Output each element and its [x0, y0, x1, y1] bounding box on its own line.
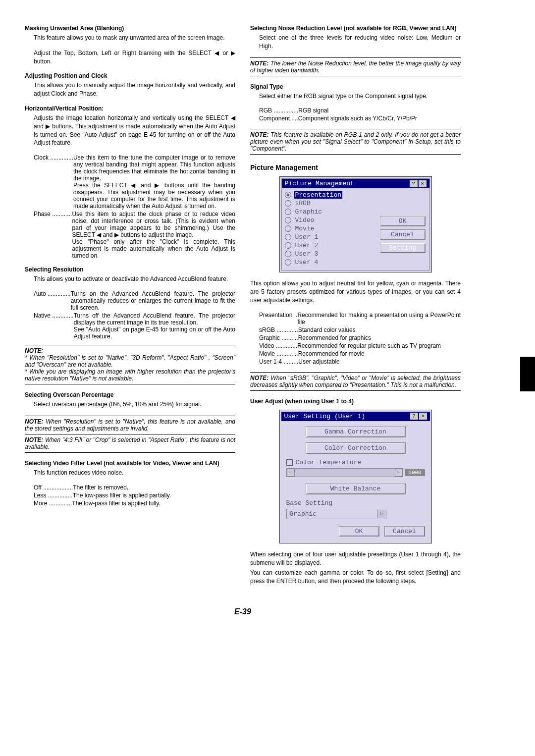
gamma-button[interactable]: Gamma Correction: [306, 426, 406, 437]
less-term: Less ...............: [25, 492, 73, 499]
off-desc: The filter is removed.: [73, 484, 235, 491]
pm-note-text: When "sRGB", "Graphic", "Video" or "Movi…: [250, 375, 461, 388]
pm-user-term: User 1-4 .........: [250, 358, 298, 365]
pm-video-term: Video .............: [250, 342, 297, 349]
pm-option-presentation[interactable]: Presentation: [285, 191, 380, 199]
noise-p1: Select one of the three levels for reduc…: [250, 34, 461, 51]
pm-heading: Picture Management: [250, 163, 461, 171]
pm-graphic-row: Graphic .......... Recommended for graph…: [250, 334, 461, 341]
res-note1: * When "Resolution" is set to "Native", …: [25, 354, 235, 368]
useradj-title: User Adjust (when using User 1 to 4): [250, 398, 461, 405]
pm-presentation-desc: Recommended for making a presentation us…: [297, 312, 461, 325]
pm-option-label: User 3: [294, 250, 320, 258]
blanking-title: Masking Unwanted Area (Blanking): [25, 25, 235, 32]
pm-option-label: Presentation: [294, 191, 343, 199]
pm-option-movie[interactable]: Movie: [285, 225, 380, 232]
pm-srgb-row: sRGB ............. Standard color values: [250, 326, 461, 333]
us-cancel-button[interactable]: Cancel: [384, 526, 425, 537]
pm-movie-term: Movie .............: [250, 350, 298, 357]
overscan-p1: Select overscan percentage (0%, 5%, 10% …: [25, 400, 235, 409]
pm-option-user2[interactable]: User 2: [285, 242, 380, 249]
color-temp-value: 5000: [405, 469, 425, 476]
radio-icon: [285, 225, 291, 232]
auto-desc: Turns on the Advanced AccuBlend feature.…: [71, 290, 235, 311]
pm-movie-row: Movie ............. Recommended for movi…: [250, 350, 461, 357]
color-temp-slider[interactable]: ◁ ▷: [286, 468, 403, 477]
color-temp-label: Color Temperature: [296, 459, 362, 466]
base-setting-select[interactable]: Graphic ▷: [286, 509, 386, 519]
pm-note: NOTE: When "sRGB", "Graphic", "Video" or…: [250, 375, 461, 388]
pm-option-user4[interactable]: User 4: [285, 259, 380, 266]
pm-ok-button[interactable]: OK: [380, 216, 426, 226]
color-correction-button[interactable]: Color Correction: [306, 442, 406, 454]
res-note2: * While you are displaying an image with…: [25, 368, 235, 382]
posclock-title: Adjusting Position and Clock: [25, 72, 235, 79]
posclock-p1: This allows you to manually adjust the i…: [25, 81, 235, 98]
less-row: Less ............... The low-pass filter…: [25, 492, 235, 499]
note-label: NOTE:: [25, 418, 43, 425]
pm-option-graphic[interactable]: Graphic: [285, 208, 380, 216]
rgb-desc: RGB signal: [298, 107, 461, 114]
pm-setting-button[interactable]: Setting: [380, 243, 426, 253]
page-number: E-39: [25, 607, 461, 616]
clock-term: Clock ..............: [25, 154, 73, 210]
close-icon[interactable]: ×: [419, 180, 427, 187]
comp-desc: Component signals such as Y/Cb/Cr, Y/Pb/…: [298, 115, 461, 122]
picture-management-dialog: Picture Management ?× Presentation sRGB …: [279, 176, 432, 272]
checkbox-icon[interactable]: [286, 459, 293, 466]
pm-graphic-term: Graphic ..........: [250, 334, 298, 341]
pm-option-user1[interactable]: User 1: [285, 233, 380, 241]
content-columns: Masking Unwanted Area (Blanking) This fe…: [25, 25, 461, 593]
right-column: Selecting Noise Reduction Level (not ava…: [250, 25, 461, 593]
pm-cancel-button[interactable]: Cancel: [380, 229, 426, 240]
more-desc: The low-pass filter is applied fully.: [72, 500, 235, 507]
radio-icon: [285, 234, 291, 240]
videofilter-p1: This function reduces video noise.: [25, 469, 235, 477]
pm-option-video[interactable]: Video: [285, 216, 380, 224]
base-setting-value: Graphic: [287, 509, 377, 519]
pm-srgb-term: sRGB .............: [250, 326, 298, 333]
pm-option-label: Graphic: [294, 208, 323, 216]
comp-row: Component .... Component signals such as…: [250, 115, 461, 122]
note-label: NOTE:: [250, 60, 268, 67]
chevron-right-icon: ▷: [377, 510, 386, 518]
off-row: Off .................. The filter is rem…: [25, 484, 235, 491]
pm-user-row: User 1-4 ......... User adjustable: [250, 358, 461, 365]
overscan-note1: When "Resolution" is set to "Native", th…: [25, 418, 235, 432]
pm-option-label: Video: [294, 216, 316, 224]
us-ok-button[interactable]: OK: [339, 526, 379, 537]
pm-dialog-title: Picture Management: [285, 180, 354, 187]
native-term: Native .............: [25, 312, 74, 340]
radio-icon: [285, 242, 291, 249]
radio-icon: [285, 200, 291, 207]
help-icon[interactable]: ?: [410, 413, 418, 420]
pm-graphic-desc: Recommended for graphics: [298, 334, 461, 341]
resolution-title: Selecting Resolution: [25, 266, 235, 273]
pm-option-srgb[interactable]: sRGB: [285, 200, 380, 207]
pm-p1: This option allows you to adjust neutral…: [250, 279, 461, 304]
blanking-p2: Adjust the Top, Bottom, Left or Right bl…: [25, 49, 235, 66]
arrow-right-icon[interactable]: ▷: [395, 469, 403, 477]
help-icon[interactable]: ?: [410, 180, 418, 187]
arrow-left-icon[interactable]: ◁: [287, 469, 295, 477]
radio-icon: [285, 259, 291, 266]
resolution-p1: This allows you to activate or deactivat…: [25, 275, 235, 283]
hvpos-p1: Adjusts the image location horizontally …: [25, 114, 235, 147]
note-label: NOTE:: [25, 436, 43, 443]
pm-srgb-desc: Standard color values: [298, 326, 461, 333]
white-balance-button[interactable]: White Balance: [306, 483, 406, 494]
close-icon[interactable]: ×: [419, 413, 427, 420]
pm-option-label: User 4: [294, 259, 320, 266]
signal-note-text: This feature is available on RGB 1 and 2…: [250, 131, 461, 152]
pm-titlebar: Picture Management ?×: [282, 179, 429, 188]
pm-option-user3[interactable]: User 3: [285, 250, 380, 258]
color-temp-row: Color Temperature: [286, 459, 425, 466]
hvpos-title: Horizontal/Vertical Position:: [25, 105, 235, 112]
comp-term: Component ....: [250, 115, 298, 122]
pm-presentation-row: Presentation .. Recommended for making a…: [250, 312, 461, 325]
more-row: More .............. The low-pass filter …: [25, 500, 235, 507]
signal-title: Signal Type: [250, 83, 461, 90]
signal-p1: Select either the RGB signal type or the…: [250, 92, 461, 101]
noise-note-text: The lower the Noise Reduction level, the…: [250, 60, 461, 74]
pm-option-label: sRGB: [294, 200, 312, 207]
